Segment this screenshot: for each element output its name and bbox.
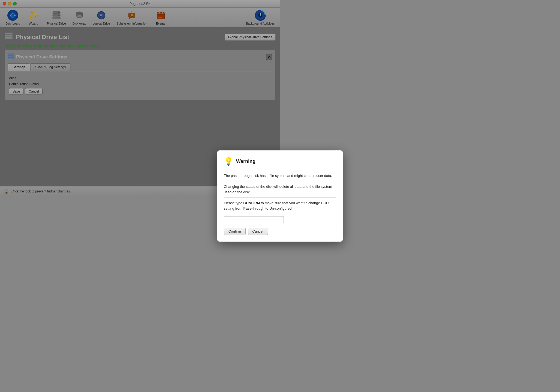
warning-icon: 💡	[224, 157, 233, 166]
warning-line-2: Changing the status of the disk will del…	[224, 181, 280, 196]
warning-line-1: The pass-through disk has a file system …	[224, 170, 280, 182]
warning-header: 💡 Warning	[224, 157, 280, 166]
warning-overlay: 💡 Warning The pass-through disk has a fi…	[0, 0, 280, 196]
warning-dialog: 💡 Warning The pass-through disk has a fi…	[217, 150, 280, 196]
warning-title: Warning	[236, 159, 255, 164]
